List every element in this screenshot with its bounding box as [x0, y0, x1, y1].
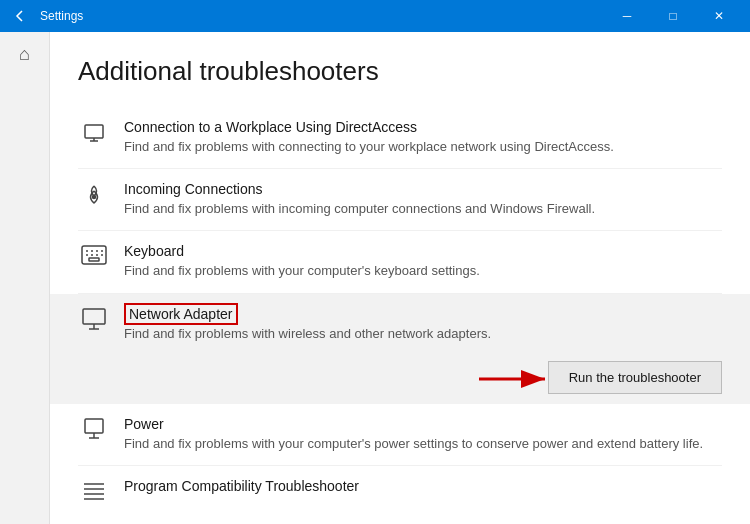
sidebar: ⌂: [0, 32, 50, 524]
incoming-desc: Find and fix problems with incoming comp…: [124, 200, 722, 218]
keyboard-text: Keyboard Find and fix problems with your…: [124, 243, 722, 280]
red-arrow-icon: [475, 365, 555, 393]
program-compat-icon: [78, 480, 110, 502]
home-icon[interactable]: ⌂: [19, 44, 30, 65]
power-text: Power Find and fix problems with your co…: [124, 416, 722, 453]
power-desc: Find and fix problems with your computer…: [124, 435, 722, 453]
svg-rect-17: [85, 419, 103, 433]
titlebar: Settings ─ □ ✕: [0, 0, 750, 32]
incoming-name: Incoming Connections: [124, 181, 722, 197]
run-button-row: Run the troubleshooter: [50, 355, 750, 404]
directaccess-name: Connection to a Workplace Using DirectAc…: [124, 119, 722, 135]
list-item[interactable]: Incoming Connections Find and fix proble…: [78, 169, 722, 231]
main-area: ⌂ Additional troubleshooters Connection …: [0, 32, 750, 524]
keyboard-name: Keyboard: [124, 243, 722, 259]
incoming-text: Incoming Connections Find and fix proble…: [124, 181, 722, 218]
list-item[interactable]: Power Find and fix problems with your co…: [78, 404, 722, 466]
directaccess-desc: Find and fix problems with connecting to…: [124, 138, 722, 156]
content-area: Additional troubleshooters Connection to…: [50, 32, 750, 524]
list-item[interactable]: Program Compatibility Troubleshooter: [78, 466, 722, 514]
svg-rect-0: [85, 125, 103, 138]
list-item[interactable]: Connection to a Workplace Using DirectAc…: [78, 107, 722, 169]
directaccess-icon: [78, 121, 110, 145]
program-compat-name: Program Compatibility Troubleshooter: [124, 478, 722, 494]
keyboard-desc: Find and fix problems with your computer…: [124, 262, 722, 280]
incoming-icon: [78, 183, 110, 207]
list-item[interactable]: Network Adapter Find and fix problems wi…: [50, 294, 750, 355]
maximize-button[interactable]: □: [650, 0, 696, 32]
back-button[interactable]: [8, 4, 32, 28]
close-button[interactable]: ✕: [696, 0, 742, 32]
network-adapter-name: Network Adapter: [124, 306, 722, 322]
window-title: Settings: [40, 9, 604, 23]
run-troubleshooter-button[interactable]: Run the troubleshooter: [548, 361, 722, 394]
keyboard-icon: [78, 245, 110, 265]
window-controls: ─ □ ✕: [604, 0, 742, 32]
network-adapter-icon: [78, 308, 110, 330]
page-title: Additional troubleshooters: [78, 56, 722, 87]
power-name: Power: [124, 416, 722, 432]
program-compat-text: Program Compatibility Troubleshooter: [124, 478, 722, 497]
list-item[interactable]: Keyboard Find and fix problems with your…: [78, 231, 722, 293]
svg-rect-12: [83, 309, 105, 324]
directaccess-text: Connection to a Workplace Using DirectAc…: [124, 119, 722, 156]
minimize-button[interactable]: ─: [604, 0, 650, 32]
svg-rect-11: [89, 258, 99, 261]
network-adapter-text: Network Adapter Find and fix problems wi…: [124, 306, 722, 343]
network-adapter-desc: Find and fix problems with wireless and …: [124, 325, 722, 343]
svg-point-1: [93, 196, 96, 199]
power-icon: [78, 418, 110, 440]
